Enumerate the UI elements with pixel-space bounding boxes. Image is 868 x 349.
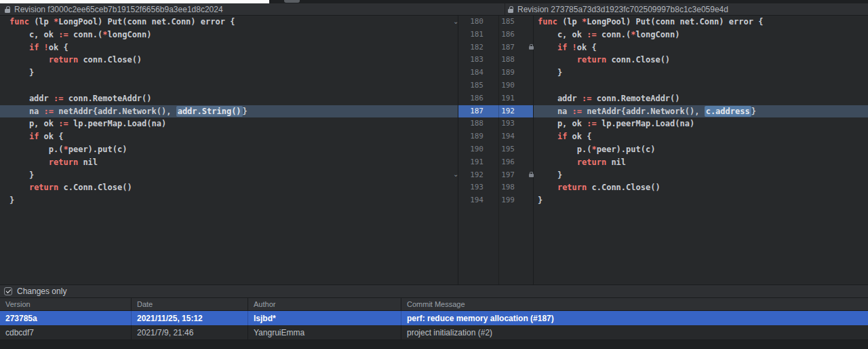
code-line[interactable]: p, ok := lp.peerMap.Load(na)	[0, 117, 458, 130]
code-token: addr	[538, 94, 582, 103]
left-line-number: 180	[458, 16, 484, 29]
changes-only-checkbox[interactable]	[4, 287, 12, 295]
left-line-number: 186	[458, 92, 484, 105]
code-token: peer).put(c)	[597, 145, 656, 154]
code-token	[9, 132, 29, 141]
diff-header-bar: Revision f3000c2ee65ceb7b19152f6656b9a3e…	[0, 3, 868, 16]
right-revision-label: Revision 273785a73d3d1923fc702509997b8c1…	[517, 5, 728, 14]
fold-chevron-icon[interactable]: ⌄	[453, 171, 458, 178]
history-row[interactable]: cdbcdf72021/7/9, 21:46YangruiEmmaproject…	[0, 325, 868, 339]
code-token: p.(	[538, 145, 591, 154]
cell-message: perf: reduce memory allocation (#187)	[401, 311, 868, 325]
line-numbers: 187192	[458, 105, 533, 118]
code-line[interactable]: }	[534, 194, 868, 207]
code-line[interactable]: if ok {	[534, 130, 868, 143]
line-numbers: 184189	[458, 67, 533, 79]
code-line[interactable]: func (lp *LongPool) Put(conn net.Conn) e…	[0, 16, 458, 29]
line-numbers: 181186	[458, 29, 533, 41]
column-header-author[interactable]: Author	[248, 298, 401, 310]
right-line-number: 185	[484, 16, 515, 29]
code-line[interactable]: return nil	[534, 156, 868, 169]
code-token: ok {	[577, 43, 597, 52]
left-line-number: 192	[458, 169, 484, 182]
code-token: :=	[58, 30, 68, 39]
code-token: p.(	[9, 145, 63, 154]
code-token	[567, 43, 572, 52]
code-line[interactable]: if ok {	[0, 130, 458, 143]
code-line[interactable]: return c.Conn.Close()	[534, 181, 868, 194]
code-line[interactable]: c, ok := conn.(*longConn)	[534, 29, 868, 41]
cell-version: 273785a	[0, 311, 132, 325]
code-line[interactable]: return conn.Close()	[534, 54, 868, 67]
fold-chevron-icon[interactable]: ⌄	[453, 18, 458, 25]
code-token: conn.(	[597, 30, 631, 39]
changes-only-label[interactable]: Changes only	[17, 287, 66, 296]
code-line[interactable]: c, ok := conn.(*longConn)	[0, 29, 458, 41]
code-line[interactable]: p.(*peer).put(c)	[534, 143, 868, 156]
code-line[interactable]: }	[534, 169, 868, 182]
line-number-gutter: 1801851811861821871831881841891851901861…	[458, 16, 534, 284]
code-token: return	[577, 55, 606, 65]
code-line[interactable]: }	[0, 194, 458, 207]
code-token: }	[9, 170, 34, 180]
code-line[interactable]: if !ok {	[0, 41, 458, 54]
line-numbers: 185190	[458, 79, 533, 92]
code-token: func	[538, 17, 557, 26]
code-token: LongPool) Put(conn net.Conn) error {	[58, 17, 235, 26]
column-header-commit-message[interactable]: Commit Message	[401, 298, 868, 310]
lock-icon	[5, 6, 10, 13]
code-token: nil	[606, 158, 626, 167]
code-line[interactable]: na := netAddr{addr.Network(), c.address}	[534, 105, 868, 118]
code-token: :=	[587, 119, 596, 128]
right-code-pane[interactable]: func (lp *LongPool) Put(conn net.Conn) e…	[534, 16, 868, 284]
lock-icon	[508, 6, 513, 13]
code-token	[538, 183, 557, 192]
code-token	[538, 132, 557, 141]
code-token	[538, 55, 577, 65]
code-token: peer).put(c)	[68, 145, 127, 154]
code-token: *	[63, 145, 68, 154]
code-token: conn.Close()	[606, 55, 670, 65]
code-token: :=	[587, 30, 596, 39]
code-line[interactable]: addr := conn.RemoteAddr()	[534, 92, 868, 105]
cell-date: 2021/7/9, 21:46	[132, 325, 248, 339]
code-token: :=	[58, 119, 68, 128]
code-line[interactable]: na := netAddr{addr.Network(), addr.Strin…	[0, 105, 458, 118]
code-line[interactable]: return conn.Close()	[0, 54, 458, 67]
code-line[interactable]: p.(*peer).put(c)	[0, 143, 458, 156]
code-line[interactable]: if !ok {	[534, 41, 868, 54]
cell-message: project initialization (#2)	[401, 325, 868, 339]
code-token	[538, 43, 557, 52]
left-code-pane[interactable]: func (lp *LongPool) Put(conn net.Conn) e…	[0, 16, 458, 284]
left-line-number: 194	[458, 194, 484, 207]
code-line[interactable]: func (lp *LongPool) Put(conn net.Conn) e…	[534, 16, 868, 29]
code-token: func	[9, 17, 29, 26]
line-numbers: 188193	[458, 117, 533, 130]
history-row[interactable]: 273785a2021/11/25, 15:12lsjbd*perf: redu…	[0, 311, 868, 325]
code-token: conn.(	[68, 30, 103, 39]
code-line[interactable]: p, ok := lp.peerMap.Load(na)	[534, 117, 868, 130]
cell-author: YangruiEmma	[248, 325, 401, 339]
code-token: p, ok	[538, 119, 587, 128]
column-header-version[interactable]: Version	[0, 298, 132, 310]
cell-author: lsjbd*	[248, 311, 401, 325]
code-line[interactable]: return nil	[0, 156, 458, 169]
code-line[interactable]: }	[0, 67, 458, 79]
code-token: lp.peerMap.Load(na)	[597, 119, 695, 128]
header-divider	[505, 3, 505, 15]
code-line[interactable]	[534, 79, 868, 92]
line-numbers: 182187	[458, 41, 533, 54]
left-revision-label: Revision f3000c2ee65ceb7b19152f6656b9a3e…	[14, 5, 223, 14]
code-token: longConn)	[636, 30, 680, 39]
code-line[interactable]	[0, 79, 458, 92]
code-token: }	[538, 196, 542, 205]
code-token: :=	[582, 94, 591, 103]
code-line[interactable]: }	[534, 67, 868, 79]
right-line-number: 191	[484, 92, 515, 105]
code-token: nil	[78, 158, 98, 167]
line-numbers: 193198	[458, 181, 533, 194]
code-line[interactable]: return c.Conn.Close()	[0, 181, 458, 194]
code-line[interactable]: }	[0, 169, 458, 182]
column-header-date[interactable]: Date	[132, 298, 248, 310]
code-line[interactable]: addr := conn.RemoteAddr()	[0, 92, 458, 105]
